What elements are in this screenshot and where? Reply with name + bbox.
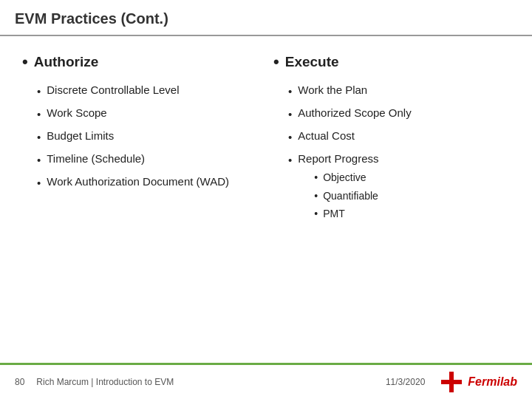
item-text: Actual Cost [298, 128, 355, 143]
execute-heading: • Execute [273, 54, 510, 70]
fermilab-icon [440, 370, 463, 394]
list-item: • Discrete Controllable Level [37, 82, 259, 99]
bullet-icon: • [288, 83, 292, 99]
fermilab-logo: Fermilab [440, 370, 517, 394]
sub-item-text: PMT [323, 207, 345, 222]
item-text: Work the Plan [298, 82, 367, 98]
report-progress-sub-list: • Objective • Quantifiable • PMT [298, 171, 378, 222]
sub-list-item: • PMT [314, 207, 378, 222]
list-item: • Report Progress • Objective • Quantifi… [288, 151, 510, 222]
footer-left: 80 Rich Marcum | Introduction to EVM [15, 377, 174, 387]
slide-footer: 80 Rich Marcum | Introduction to EVM 11/… [0, 363, 532, 399]
execute-column: • Execute • Work the Plan • Authorized S… [273, 54, 510, 355]
item-text: Discrete Controllable Level [47, 82, 179, 98]
list-item: • Work Authorization Document (WAD) [37, 174, 259, 191]
bullet-icon: • [37, 152, 41, 168]
footer-credit: Rich Marcum | Introduction to EVM [36, 377, 174, 387]
slide-header: EVM Practices (Cont.) [0, 0, 532, 36]
item-text: Work Scope [47, 105, 106, 120]
item-text: Authorized Scope Only [298, 105, 411, 120]
slide-title: EVM Practices (Cont.) [15, 10, 168, 27]
list-item: • Budget Limits [37, 128, 259, 145]
sub-bullet: • [314, 207, 318, 222]
authorize-heading: • Authorize [22, 54, 259, 70]
bullet-icon: • [288, 129, 292, 145]
svg-rect-1 [441, 380, 462, 384]
execute-label: Execute [285, 54, 339, 70]
list-item: • Work Scope [37, 105, 259, 122]
list-item: • Actual Cost [288, 128, 510, 145]
execute-list: • Work the Plan • Authorized Scope Only … [273, 82, 510, 222]
item-text: Budget Limits [47, 128, 114, 143]
item-text: Work Authorization Document (WAD) [47, 174, 229, 189]
slide-content: • Authorize • Discrete Controllable Leve… [0, 36, 532, 363]
sub-list-item: • Objective [314, 171, 378, 185]
bullet-icon: • [37, 83, 41, 99]
list-item: • Timeline (Schedule) [37, 151, 259, 168]
authorize-bullet: • [22, 54, 28, 70]
item-text: Report Progress [298, 152, 378, 165]
report-progress-group: Report Progress • Objective • Quantifiab… [298, 151, 378, 222]
sub-item-text: Objective [323, 171, 366, 185]
sub-bullet: • [314, 171, 318, 185]
fermilab-text: Fermilab [468, 375, 517, 389]
sub-item-text: Quantifiable [323, 189, 378, 204]
bullet-icon: • [37, 106, 41, 122]
sub-bullet: • [314, 189, 318, 204]
bullet-icon: • [288, 106, 292, 122]
footer-date: 11/3/2020 [386, 377, 425, 387]
authorize-label: Authorize [34, 54, 99, 70]
item-text: Timeline (Schedule) [47, 151, 145, 166]
authorize-column: • Authorize • Discrete Controllable Leve… [22, 54, 259, 355]
authorize-list: • Discrete Controllable Level • Work Sco… [22, 82, 259, 191]
page-number: 80 [15, 377, 24, 387]
bullet-icon: • [37, 175, 41, 191]
bullet-icon: • [37, 129, 41, 145]
list-item: • Work the Plan [288, 82, 510, 99]
list-item: • Authorized Scope Only [288, 105, 510, 122]
execute-bullet: • [273, 54, 279, 70]
slide: EVM Practices (Cont.) • Authorize • Disc… [0, 0, 532, 399]
bullet-icon: • [288, 152, 292, 168]
sub-list-item: • Quantifiable [314, 189, 378, 204]
